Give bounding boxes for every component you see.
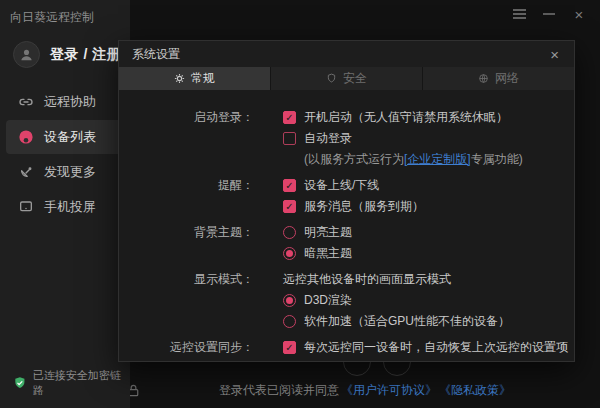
radio-dot [286, 250, 293, 257]
settings-body: 启动登录： ✓ 开机启动（无人值守请禁用系统休眠） ✓ 自动登录 (以服务方式运… [119, 90, 574, 358]
avatar [13, 41, 40, 68]
radio-dark-theme[interactable] [283, 247, 296, 260]
option-label[interactable]: 明亮主题 [304, 224, 352, 241]
profile-section[interactable]: 登录 / 注册 [13, 41, 130, 68]
radio-light-theme[interactable] [283, 226, 296, 239]
tab-label: 网络 [495, 70, 519, 87]
option-restore-settings: ✓ 每次远控同一设备时，自动恢复上次远控的设置项 [283, 337, 568, 358]
radio-software-accel[interactable] [283, 315, 296, 328]
description-text: 远控其他设备时的画面显示模式 [283, 271, 451, 288]
checkbox-restore-settings[interactable]: ✓ [283, 341, 296, 354]
person-icon [18, 46, 35, 63]
option-label[interactable]: 设备上线/下线 [304, 177, 379, 194]
agreement-text: 登录代表已阅读并同意 [219, 383, 339, 397]
check-icon: ✓ [285, 113, 293, 123]
section-reminders: 提醒： ✓ 设备上线/下线 ✓ 服务消息（服务到期） [119, 175, 574, 217]
settings-tabs: 常规 安全 网络 [119, 67, 574, 90]
option-label[interactable]: 服务消息（服务到期） [304, 198, 424, 215]
gear-icon [174, 73, 185, 84]
option-light-theme: 明亮主题 [283, 222, 352, 243]
shield-icon [326, 73, 337, 84]
sidebar: 向日葵远程控制 登录 / 注册 远程协助 [0, 0, 130, 408]
sidebar-item-phone-cast[interactable]: 手机投屏 [6, 190, 124, 224]
check-icon: ✓ [285, 202, 293, 212]
tab-label: 常规 [191, 70, 215, 87]
window-close-icon[interactable]: × [564, 4, 594, 24]
option-label[interactable]: D3D渲染 [304, 292, 352, 309]
shield-check-icon [13, 376, 27, 390]
tab-label: 安全 [343, 70, 367, 87]
section-label: 远控设置同步： [119, 337, 254, 358]
option-auto-login: ✓ 自动登录 [283, 128, 523, 149]
satellite-dish-icon [18, 164, 34, 180]
sidebar-item-discover[interactable]: 发现更多 [6, 155, 124, 189]
note-prefix: (以服务方式运行为 [304, 151, 404, 168]
tab-general[interactable]: 常规 [119, 67, 271, 90]
screen-cast-icon [18, 199, 34, 215]
globe-icon [478, 73, 489, 84]
sidebar-nav: 远程协助 设备列表 发现更多 [0, 85, 130, 224]
sidebar-item-label: 发现更多 [44, 163, 96, 181]
tab-security[interactable]: 安全 [271, 67, 423, 90]
section-theme: 背景主题： 明亮主题 暗黑主题 [119, 222, 574, 264]
enterprise-note: (以服务方式运行为[企业定制版]专属功能) [283, 149, 523, 170]
license-link[interactable]: 《用户许可协议》 [341, 383, 437, 397]
privacy-link[interactable]: 《隐私政策》 [439, 383, 511, 397]
section-label: 启动登录： [119, 107, 254, 170]
agreement-footer: 登录代表已阅读并同意《用户许可协议》《隐私政策》 [130, 382, 600, 399]
option-label[interactable]: 每次远控同一设备时，自动恢复上次远控的设置项 [304, 339, 568, 356]
option-label[interactable]: 软件加速（适合GPU性能不佳的设备） [304, 313, 510, 330]
option-label[interactable]: 暗黑主题 [304, 245, 352, 262]
window-controls: × [504, 4, 594, 24]
dialog-close-icon[interactable]: × [548, 47, 561, 62]
sidebar-item-remote-assist[interactable]: 远程协助 [6, 85, 124, 119]
system-settings-dialog: 系统设置 × 常规 安全 [118, 40, 575, 362]
note-suffix: 专属功能) [471, 151, 523, 168]
section-display-mode: 显示模式： 远控其他设备时的画面显示模式 D3D渲染 软件加速（适合GPU性能不… [119, 269, 574, 332]
option-boot-start: ✓ 开机启动（无人值守请禁用系统休眠） [283, 107, 523, 128]
radio-dot [286, 297, 293, 304]
device-list-icon [18, 129, 34, 145]
checkbox-service-message[interactable]: ✓ [283, 200, 296, 213]
secure-status-text: 已连接安全加密链路 [33, 368, 130, 398]
section-label: 显示模式： [119, 269, 254, 332]
menu-icon[interactable] [504, 4, 534, 24]
option-dark-theme: 暗黑主题 [283, 243, 352, 264]
section-remote-sync: 远控设置同步： ✓ 每次远控同一设备时，自动恢复上次远控的设置项 [119, 337, 574, 358]
option-label[interactable]: 自动登录 [304, 130, 352, 147]
minimize-icon[interactable] [534, 4, 564, 24]
sidebar-item-label: 手机投屏 [44, 198, 96, 216]
secure-connection-status: 已连接安全加密链路 [13, 368, 130, 398]
option-label[interactable]: 开机启动（无人值守请禁用系统休眠） [304, 109, 508, 126]
checkbox-device-online[interactable]: ✓ [283, 179, 296, 192]
checkbox-boot-start[interactable]: ✓ [283, 111, 296, 124]
radio-d3d-render[interactable] [283, 294, 296, 307]
option-device-online: ✓ 设备上线/下线 [283, 175, 424, 196]
sidebar-item-device-list[interactable]: 设备列表 [6, 120, 124, 154]
option-software-accel: 软件加速（适合GPU性能不佳的设备） [283, 311, 510, 332]
option-service-message: ✓ 服务消息（服务到期） [283, 196, 424, 217]
check-icon: ✓ [285, 181, 293, 191]
enterprise-edition-link[interactable]: [企业定制版] [404, 151, 471, 168]
section-label: 提醒： [119, 175, 254, 217]
section-startup-login: 启动登录： ✓ 开机启动（无人值守请禁用系统休眠） ✓ 自动登录 (以服务方式运… [119, 107, 574, 170]
checkbox-auto-login[interactable]: ✓ [283, 132, 296, 145]
display-mode-description: 远控其他设备时的画面显示模式 [283, 269, 510, 290]
option-d3d-render: D3D渲染 [283, 290, 510, 311]
tab-network[interactable]: 网络 [423, 67, 574, 90]
check-icon: ✓ [285, 343, 293, 353]
link-icon [18, 94, 34, 110]
sidebar-item-label: 远程协助 [44, 93, 96, 111]
app-window: × 登录代表已阅读并同意《用户许可协议》《隐私政策》 向日葵远程控制 登录 / … [0, 0, 600, 408]
login-register-label[interactable]: 登录 / 注册 [50, 46, 121, 64]
dialog-titlebar: 系统设置 × [119, 41, 574, 67]
section-label: 背景主题： [119, 222, 254, 264]
dialog-title: 系统设置 [132, 46, 548, 63]
sidebar-item-label: 设备列表 [44, 128, 96, 146]
app-title: 向日葵远程控制 [0, 0, 130, 26]
